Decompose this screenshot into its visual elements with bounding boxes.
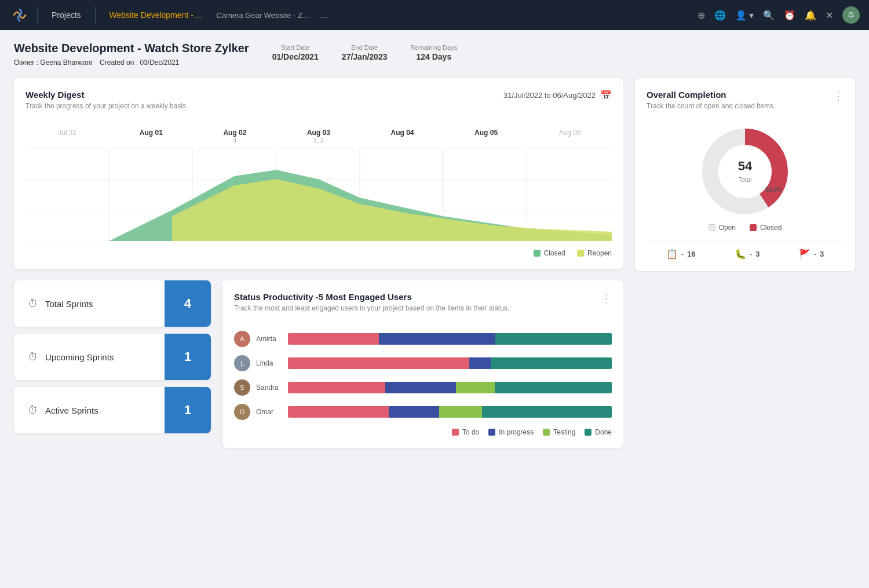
user-dropdown-icon[interactable]: 👤 ▾ <box>735 10 754 21</box>
close-icon[interactable]: ✕ <box>826 10 833 21</box>
productivity-subtitle: Track the most and least engaged users i… <box>234 304 509 312</box>
remaining-label: Remaining Days <box>410 44 457 51</box>
weekly-digest-subtitle: Track the progress of your project on a … <box>25 102 188 110</box>
overall-info: Overall Completion Track the count of op… <box>647 90 775 119</box>
bar-track-amirta <box>288 333 612 345</box>
open-legend-label: Open <box>719 224 736 232</box>
segment-testing <box>456 382 495 393</box>
closed-legend-dot <box>750 224 757 231</box>
todo-label: To do <box>462 428 479 436</box>
donut-total-label: Total <box>738 176 751 183</box>
bar-name-sandra: Sandra <box>256 384 282 392</box>
calendar-icon[interactable]: 📅 <box>600 90 612 101</box>
nav-more-dots[interactable]: ... <box>316 10 333 20</box>
nav-projects[interactable]: Projects <box>45 10 88 20</box>
stat-dash3: - <box>814 250 816 258</box>
weekly-digest-title: Weekly Digest <box>25 90 188 100</box>
stat-bugs: 🐛 - 3 <box>735 249 760 260</box>
bug-icon: 🐛 <box>735 249 746 260</box>
bottom-grid: ⏱ Total Sprints 4 ⏱ Upcoming Sprints 1 <box>14 280 623 448</box>
weekly-chart-area: Jul 31 Aug 01 Aug 024 Aug 032, 2 Aug 04 … <box>25 129 612 244</box>
segment-todo <box>288 382 385 393</box>
nav-active-project[interactable]: Website Development - ... <box>103 10 210 20</box>
legend-done: Done <box>585 428 612 436</box>
upcoming-sprints-count: 1 <box>165 334 211 380</box>
globe-icon[interactable]: 🌐 <box>714 10 726 21</box>
bar-row-amirta: AAmirta <box>234 331 612 347</box>
top-nav: Projects Website Development - ... Camer… <box>0 0 869 30</box>
right-column: Overall Completion Track the count of op… <box>635 78 855 448</box>
productivity-menu-dots[interactable]: ⋮ <box>601 292 612 305</box>
open-legend-dot <box>709 224 715 231</box>
aug02-num: 4 <box>217 137 252 144</box>
closed-legend-label: Closed <box>760 224 782 232</box>
legend-open: Open <box>709 224 736 232</box>
stat-dash2: - <box>750 250 752 258</box>
legend-closed-donut: Closed <box>750 224 782 232</box>
segment-testing <box>439 406 483 418</box>
active-sprints-text: Active Sprints <box>45 406 98 415</box>
open-pct-label: 59.3% <box>765 187 782 193</box>
user-avatar[interactable]: G <box>842 6 860 24</box>
donut-chart-container: 40.7% 59.3% 54 Total <box>699 125 791 218</box>
productivity-card: Status Productivity -5 Most Engaged User… <box>222 280 623 448</box>
closed-pct-label: 40.7% <box>717 171 733 177</box>
bar-name-amirta: Amirta <box>256 335 282 343</box>
upcoming-sprints-row: ⏱ Upcoming Sprints 1 <box>14 334 211 380</box>
app-logo[interactable] <box>9 5 30 25</box>
end-date-label: End Date <box>342 44 388 51</box>
overall-title: Overall Completion <box>647 90 775 100</box>
main-content: Website Development - Watch Store Zylker… <box>0 30 869 459</box>
segment-inprogress <box>379 333 495 345</box>
overall-header: Overall Completion Track the count of op… <box>647 90 844 119</box>
segment-todo <box>288 333 379 345</box>
overall-menu-dots[interactable]: ⋮ <box>833 90 844 103</box>
clock-icon[interactable]: ⏰ <box>784 10 795 21</box>
overall-subtitle: Track the count of open and closed items… <box>647 102 775 110</box>
inprogress-dot <box>488 429 495 436</box>
legend-reopen: Reopen <box>577 249 612 257</box>
done-label: Done <box>595 428 612 436</box>
donut-center: 54 Total <box>738 159 752 184</box>
chart-legend: Closed Reopen <box>25 249 612 257</box>
inprogress-label: In progress <box>499 428 534 436</box>
left-column: Weekly Digest Track the progress of your… <box>14 78 623 448</box>
closed-label: Closed <box>544 249 565 257</box>
nav-current-tab[interactable]: Camera Gear Website - Z... <box>209 11 315 20</box>
date-labels-row: Jul 31 Aug 01 Aug 024 Aug 032, 2 Aug 04 … <box>25 129 612 144</box>
date-aug02: Aug 024 <box>217 129 252 144</box>
start-date-item: Start Date 01/Dec/2021 <box>272 44 319 61</box>
remaining-value: 124 Days <box>410 52 457 61</box>
legend-testing: Testing <box>543 428 575 436</box>
segment-done <box>495 382 612 393</box>
start-date-value: 01/Dec/2021 <box>272 52 319 61</box>
active-sprints-row: ⏱ Active Sprints 1 <box>14 387 211 433</box>
end-date-item: End Date 27/Jan/2023 <box>342 44 388 61</box>
bell-icon[interactable]: 🔔 <box>805 10 816 21</box>
stat-dash1: - <box>681 250 684 258</box>
bar-track-omar <box>288 406 612 418</box>
donut-legend: Open Closed <box>647 224 844 232</box>
active-sprints-label: ⏱ Active Sprints <box>14 393 165 428</box>
weekly-chart-svg <box>25 148 612 241</box>
dashboard-grid: Weekly Digest Track the progress of your… <box>14 78 855 448</box>
search-icon[interactable]: 🔍 <box>763 10 775 21</box>
start-date-label: Start Date <box>272 44 319 51</box>
segment-done <box>495 333 612 345</box>
date-range-text: 31/Jul/2022 to 06/Aug/2022 <box>503 91 596 100</box>
add-icon[interactable]: ⊕ <box>698 10 705 21</box>
owner-name: Geena Bharwani <box>40 59 92 67</box>
nav-divider <box>37 6 38 24</box>
end-date-value: 27/Jan/2023 <box>342 52 388 61</box>
bar-track-sandra <box>288 382 612 393</box>
avatar-amirta: A <box>234 331 250 347</box>
avatar-sandra: S <box>234 379 250 396</box>
project-header: Website Development - Watch Store Zylker… <box>14 42 855 67</box>
donut-total-value: 54 <box>738 159 752 174</box>
avatar-omar: O <box>234 404 250 420</box>
avatar-linda: L <box>234 355 250 371</box>
segment-inprogress <box>469 357 491 369</box>
segment-inprogress <box>389 406 439 418</box>
weekly-digest-info: Weekly Digest Track the progress of your… <box>25 90 188 119</box>
todo-dot <box>452 429 459 436</box>
